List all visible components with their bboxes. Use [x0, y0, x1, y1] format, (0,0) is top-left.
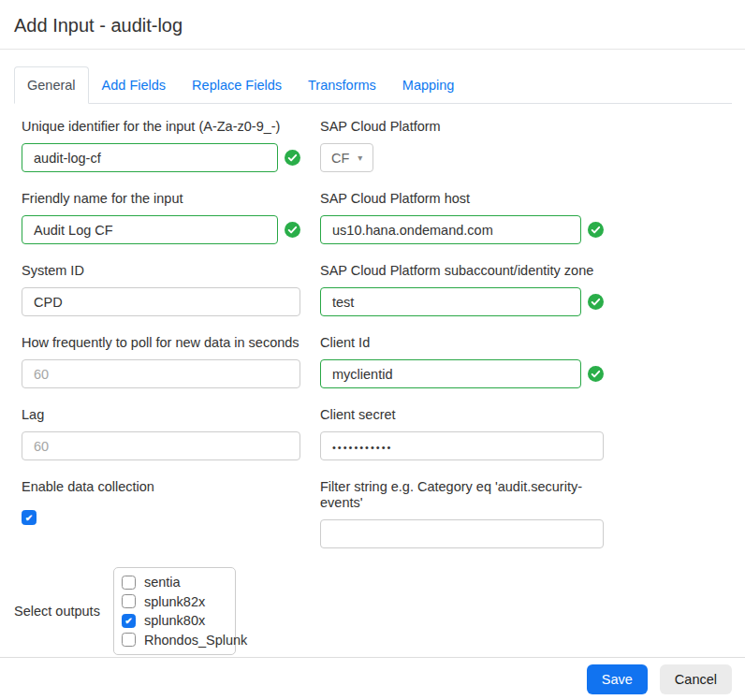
- tab-bar: General Add Fields Replace Fields Transf…: [14, 66, 732, 104]
- lag-input[interactable]: [22, 431, 300, 460]
- dialog-title: Add Input - audit-log: [14, 15, 731, 36]
- tab-add-fields[interactable]: Add Fields: [89, 66, 180, 104]
- add-input-dialog: Add Input - audit-log General Add Fields…: [0, 0, 745, 655]
- form-row: How frequently to poll for new data in s…: [22, 335, 732, 388]
- general-form: Unique identifier for the input (A-Za-z0…: [0, 104, 745, 655]
- valid-check-icon: [588, 222, 604, 238]
- enable-data-collection-label: Enable data collection: [22, 479, 300, 495]
- tab-general[interactable]: General: [14, 66, 89, 104]
- output-option-rhondos-splunk[interactable]: Rhondos_Splunk: [122, 633, 227, 648]
- valid-check-icon: [588, 366, 604, 382]
- chevron-down-icon: ▾: [358, 153, 362, 163]
- output-checkbox-rhondos-splunk[interactable]: [122, 633, 136, 647]
- select-outputs-list: sentia splunk82x splunk80x Rhondos_Splun…: [113, 567, 236, 655]
- select-outputs-row: Select outputs sentia splunk82x splunk80…: [14, 567, 732, 655]
- platform-select[interactable]: CF ▾: [320, 143, 373, 172]
- dialog-header: Add Input - audit-log: [0, 0, 745, 50]
- system-id-input[interactable]: [22, 287, 300, 316]
- poll-frequency-label: How frequently to poll for new data in s…: [22, 335, 300, 351]
- output-option-sentia[interactable]: sentia: [122, 575, 227, 590]
- form-row: Friendly name for the input SAP Cloud Pl…: [22, 191, 732, 244]
- output-option-label: splunk80x: [144, 613, 205, 628]
- valid-check-icon: [285, 150, 300, 166]
- tab-transforms[interactable]: Transforms: [295, 66, 389, 104]
- output-option-splunk82x[interactable]: splunk82x: [122, 594, 227, 609]
- subaccount-input[interactable]: [320, 287, 581, 316]
- form-row: Unique identifier for the input (A-Za-z0…: [22, 119, 732, 172]
- cancel-button[interactable]: Cancel: [660, 664, 732, 694]
- output-option-splunk80x[interactable]: splunk80x: [122, 613, 227, 628]
- unique-identifier-label: Unique identifier for the input (A-Za-z0…: [22, 119, 300, 135]
- enable-data-collection-checkbox[interactable]: [22, 510, 37, 525]
- client-id-label: Client Id: [320, 335, 604, 351]
- form-row: Lag Client secret: [22, 407, 732, 460]
- platform-label: SAP Cloud Platform: [320, 119, 604, 135]
- output-checkbox-splunk82x[interactable]: [122, 594, 136, 608]
- client-secret-input[interactable]: [320, 431, 604, 460]
- save-button[interactable]: Save: [587, 664, 648, 694]
- lag-label: Lag: [22, 407, 300, 423]
- filter-string-label: Filter string e.g. Category eq 'audit.se…: [320, 479, 604, 511]
- dialog-footer: Save Cancel: [0, 657, 745, 700]
- output-checkbox-splunk80x[interactable]: [122, 614, 136, 628]
- form-row: Enable data collection Filter string e.g…: [22, 479, 732, 548]
- output-option-label: sentia: [144, 575, 181, 590]
- output-checkbox-sentia[interactable]: [122, 576, 136, 590]
- platform-selected-value: CF: [331, 151, 349, 166]
- host-input[interactable]: [320, 215, 581, 244]
- system-id-label: System ID: [22, 263, 300, 279]
- valid-check-icon: [588, 294, 604, 310]
- poll-frequency-input[interactable]: [22, 359, 300, 388]
- filter-string-input[interactable]: [320, 519, 604, 548]
- form-row: System ID SAP Cloud Platform subaccount/…: [22, 263, 732, 316]
- unique-identifier-input[interactable]: [22, 143, 278, 172]
- output-option-label: Rhondos_Splunk: [144, 633, 247, 648]
- valid-check-icon: [285, 222, 300, 238]
- tab-replace-fields[interactable]: Replace Fields: [179, 66, 295, 104]
- client-id-input[interactable]: [320, 359, 581, 388]
- subaccount-label: SAP Cloud Platform subaccount/identity z…: [320, 263, 604, 279]
- host-label: SAP Cloud Platform host: [320, 191, 604, 207]
- client-secret-label: Client secret: [320, 407, 604, 423]
- tab-mapping[interactable]: Mapping: [389, 66, 468, 104]
- friendly-name-input[interactable]: [22, 215, 278, 244]
- select-outputs-label: Select outputs: [14, 604, 100, 619]
- friendly-name-label: Friendly name for the input: [22, 191, 300, 207]
- output-option-label: splunk82x: [144, 594, 205, 609]
